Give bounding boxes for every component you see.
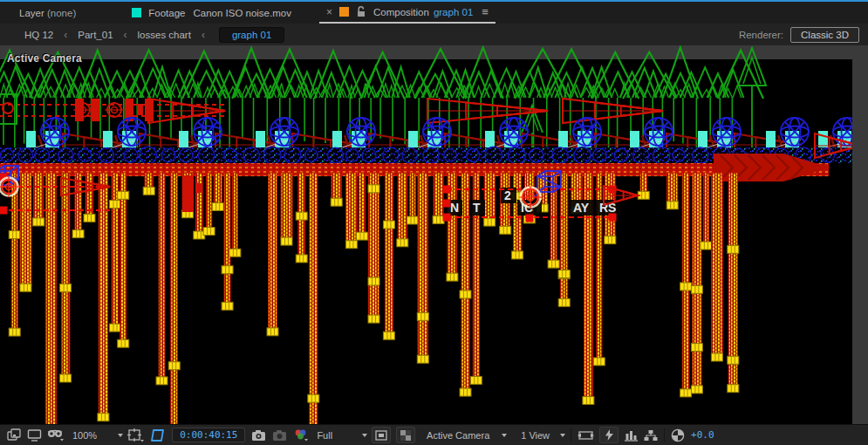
fast-previews-icon[interactable] bbox=[599, 427, 619, 443]
3d-view-value: Active Camera bbox=[427, 430, 489, 441]
panel-menu-icon[interactable]: ≡ bbox=[482, 5, 489, 18]
composition-flowchart-icon[interactable] bbox=[644, 429, 658, 442]
composition-toolbar: 100% 0:00:40:15 Full bbox=[0, 424, 868, 445]
svg-text:T: T bbox=[473, 201, 481, 215]
resolution-dropdown[interactable]: Full bbox=[313, 430, 367, 441]
pixel-aspect-correction-icon[interactable] bbox=[578, 429, 594, 442]
region-of-interest-icon[interactable] bbox=[372, 427, 391, 443]
chevron-down-icon bbox=[118, 434, 123, 437]
footage-color-swatch bbox=[132, 8, 141, 17]
tab-footage[interactable]: Footage Canon ISO noise.mov bbox=[125, 2, 298, 24]
unlock-icon[interactable] bbox=[356, 6, 366, 17]
svg-text:N: N bbox=[450, 201, 459, 215]
composition-color-swatch bbox=[339, 7, 349, 17]
tab-composition-label: Composition bbox=[373, 7, 429, 17]
svg-text:2: 2 bbox=[504, 188, 511, 202]
view-layout-dropdown[interactable]: 1 View bbox=[517, 430, 565, 441]
panel-tab-bar: Layer (none) Footage Canon ISO noise.mov… bbox=[0, 2, 868, 24]
tab-footage-name: Canon ISO noise.mov bbox=[193, 8, 291, 18]
channel-settings-icon[interactable] bbox=[293, 428, 309, 442]
reset-exposure-icon[interactable] bbox=[671, 428, 685, 442]
view-layout-value: 1 View bbox=[521, 430, 550, 441]
tab-layer-suffix: (none) bbox=[47, 8, 76, 18]
breadcrumb-separator: ‹ bbox=[64, 29, 67, 41]
always-preview-view-icon[interactable] bbox=[7, 428, 22, 442]
transparency-grid-icon[interactable] bbox=[396, 427, 415, 443]
mask-visibility-toggle-icon[interactable] bbox=[150, 428, 166, 442]
tab-footage-label: Footage bbox=[148, 8, 185, 18]
bars-layer bbox=[9, 173, 739, 425]
breadcrumb-item[interactable]: losses chart bbox=[138, 30, 191, 40]
chevron-down-icon bbox=[502, 434, 507, 437]
after-effects-composition-panel: Layer (none) Footage Canon ISO noise.mov… bbox=[0, 0, 868, 445]
tab-composition-name: graph 01 bbox=[434, 7, 473, 17]
pasteboard-right bbox=[852, 45, 868, 425]
tab-layer[interactable]: Layer (none) bbox=[12, 2, 83, 24]
composition-navigator: HQ 12 ‹ Part_01 ‹ losses chart ‹ graph 0… bbox=[0, 24, 868, 45]
composition-viewport[interactable]: Active Camera NT2ICAYRS bbox=[0, 45, 868, 425]
grid-guides-options-icon[interactable] bbox=[127, 428, 145, 442]
renderer-label: Renderer: bbox=[739, 30, 783, 40]
wireframe-scene: NT2ICAYRS bbox=[0, 45, 868, 425]
tab-layer-label: Layer bbox=[19, 8, 44, 18]
breadcrumb-separator: ‹ bbox=[202, 29, 205, 41]
zoom-value: 100% bbox=[72, 430, 97, 441]
breadcrumb-item[interactable]: Part_01 bbox=[78, 30, 113, 40]
resolution-value: Full bbox=[317, 430, 332, 441]
snapshot-camera-icon[interactable] bbox=[251, 429, 267, 442]
stereo-3d-glasses-icon[interactable] bbox=[47, 428, 65, 442]
3d-view-dropdown[interactable]: Active Camera bbox=[423, 430, 507, 441]
breadcrumb-current[interactable]: graph 01 bbox=[219, 27, 284, 43]
breadcrumb-item[interactable]: HQ 12 bbox=[24, 30, 53, 40]
breadcrumb-separator: ‹ bbox=[124, 29, 127, 41]
show-snapshot-icon[interactable] bbox=[272, 429, 288, 442]
exposure-value[interactable]: +0.0 bbox=[691, 429, 714, 441]
close-tab-icon[interactable]: × bbox=[326, 6, 332, 18]
main-viewer-icon[interactable] bbox=[27, 428, 42, 442]
current-time-field[interactable]: 0:00:40:15 bbox=[172, 428, 245, 442]
panel-focus-highlight bbox=[0, 0, 868, 2]
chevron-down-icon bbox=[362, 434, 367, 437]
active-camera-overlay-label: Active Camera bbox=[7, 52, 82, 65]
timeline-icon[interactable] bbox=[624, 429, 639, 442]
tab-composition[interactable]: × Composition graph 01 ≡ bbox=[319, 2, 496, 24]
chevron-down-icon bbox=[560, 434, 565, 437]
svg-text:AY: AY bbox=[573, 201, 590, 215]
magnification-dropdown[interactable]: 100% bbox=[69, 430, 123, 441]
red-arrow-row-layer bbox=[0, 94, 663, 124]
timecode-value: 0:00:40:15 bbox=[180, 429, 237, 441]
renderer-button[interactable]: Classic 3D bbox=[790, 27, 859, 43]
